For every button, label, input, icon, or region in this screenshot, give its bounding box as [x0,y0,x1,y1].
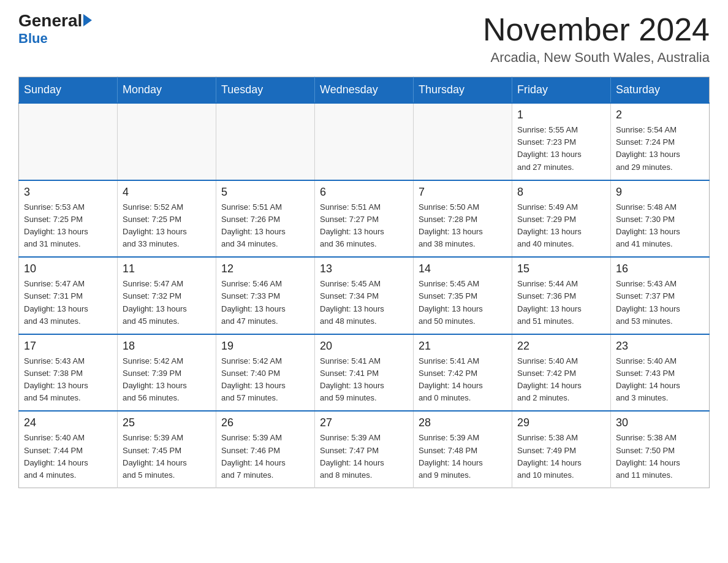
day-number: 12 [221,262,309,275]
calendar-cell: 21Sunrise: 5:41 AMSunset: 7:42 PMDayligh… [414,334,512,412]
day-info: Sunrise: 5:44 AMSunset: 7:36 PMDaylight:… [517,278,605,327]
logo-text: General [18,12,92,29]
calendar-cell: 6Sunrise: 5:51 AMSunset: 7:27 PMDaylight… [315,180,414,258]
calendar-cell: 1Sunrise: 5:55 AMSunset: 7:23 PMDaylight… [512,103,611,180]
day-number: 24 [24,416,112,429]
day-number: 7 [419,186,507,199]
calendar-week-row: 17Sunrise: 5:43 AMSunset: 7:38 PMDayligh… [19,334,710,412]
day-number: 1 [517,109,605,121]
header-friday: Friday [512,77,611,104]
calendar-cell: 29Sunrise: 5:38 AMSunset: 7:49 PMDayligh… [512,411,611,488]
calendar-week-row: 1Sunrise: 5:55 AMSunset: 7:23 PMDaylight… [19,103,710,180]
day-info: Sunrise: 5:42 AMSunset: 7:40 PMDaylight:… [221,355,309,405]
calendar-cell: 15Sunrise: 5:44 AMSunset: 7:36 PMDayligh… [512,257,611,334]
calendar-week-row: 3Sunrise: 5:53 AMSunset: 7:25 PMDaylight… [19,180,710,258]
day-info: Sunrise: 5:43 AMSunset: 7:38 PMDaylight:… [24,355,112,405]
day-info: Sunrise: 5:42 AMSunset: 7:39 PMDaylight:… [123,355,211,405]
day-info: Sunrise: 5:38 AMSunset: 7:50 PMDaylight:… [616,432,704,481]
calendar-cell [216,103,315,180]
logo: General Blue [18,12,92,47]
calendar-cell [315,103,414,180]
day-number: 28 [419,416,507,429]
calendar-cell: 10Sunrise: 5:47 AMSunset: 7:31 PMDayligh… [19,257,118,334]
day-info: Sunrise: 5:47 AMSunset: 7:31 PMDaylight:… [24,278,112,327]
header-thursday: Thursday [414,77,512,104]
calendar-cell: 4Sunrise: 5:52 AMSunset: 7:25 PMDaylight… [118,180,216,258]
day-info: Sunrise: 5:45 AMSunset: 7:35 PMDaylight:… [419,278,507,327]
day-info: Sunrise: 5:40 AMSunset: 7:44 PMDaylight:… [24,432,112,481]
day-number: 2 [616,109,704,121]
calendar-cell [118,103,216,180]
day-info: Sunrise: 5:55 AMSunset: 7:23 PMDaylight:… [517,124,605,174]
day-number: 25 [123,416,211,429]
day-info: Sunrise: 5:51 AMSunset: 7:26 PMDaylight:… [221,201,309,251]
calendar-week-row: 10Sunrise: 5:47 AMSunset: 7:31 PMDayligh… [19,257,710,334]
day-info: Sunrise: 5:40 AMSunset: 7:42 PMDaylight:… [517,355,605,405]
calendar-cell: 14Sunrise: 5:45 AMSunset: 7:35 PMDayligh… [414,257,512,334]
day-info: Sunrise: 5:41 AMSunset: 7:41 PMDaylight:… [320,355,408,405]
day-number: 10 [24,262,112,275]
day-number: 11 [123,262,211,275]
day-number: 19 [221,340,309,353]
day-number: 5 [221,186,309,199]
header-sunday: Sunday [19,77,118,104]
calendar-cell: 16Sunrise: 5:43 AMSunset: 7:37 PMDayligh… [611,257,710,334]
day-number: 4 [123,186,211,199]
calendar-cell: 30Sunrise: 5:38 AMSunset: 7:50 PMDayligh… [611,411,710,488]
day-info: Sunrise: 5:38 AMSunset: 7:49 PMDaylight:… [517,432,605,481]
day-number: 3 [24,186,112,199]
day-number: 6 [320,186,408,199]
calendar-cell: 5Sunrise: 5:51 AMSunset: 7:26 PMDaylight… [216,180,315,258]
calendar-cell: 26Sunrise: 5:39 AMSunset: 7:46 PMDayligh… [216,411,315,488]
day-info: Sunrise: 5:50 AMSunset: 7:28 PMDaylight:… [419,201,507,251]
day-info: Sunrise: 5:54 AMSunset: 7:24 PMDaylight:… [616,124,704,174]
calendar-cell: 18Sunrise: 5:42 AMSunset: 7:39 PMDayligh… [118,334,216,412]
calendar-subtitle: Arcadia, New South Wales, Australia [483,50,710,66]
calendar-cell: 8Sunrise: 5:49 AMSunset: 7:29 PMDaylight… [512,180,611,258]
title-block: November 2024 Arcadia, New South Wales, … [483,12,710,66]
logo-arrow-icon [83,14,92,26]
day-info: Sunrise: 5:53 AMSunset: 7:25 PMDaylight:… [24,201,112,251]
calendar-cell: 12Sunrise: 5:46 AMSunset: 7:33 PMDayligh… [216,257,315,334]
calendar-cell: 7Sunrise: 5:50 AMSunset: 7:28 PMDaylight… [414,180,512,258]
calendar-cell: 3Sunrise: 5:53 AMSunset: 7:25 PMDaylight… [19,180,118,258]
calendar-cell: 27Sunrise: 5:39 AMSunset: 7:47 PMDayligh… [315,411,414,488]
day-info: Sunrise: 5:39 AMSunset: 7:46 PMDaylight:… [221,432,309,481]
calendar-cell: 13Sunrise: 5:45 AMSunset: 7:34 PMDayligh… [315,257,414,334]
calendar-cell [414,103,512,180]
calendar-table: Sunday Monday Tuesday Wednesday Thursday… [18,77,710,488]
day-info: Sunrise: 5:39 AMSunset: 7:48 PMDaylight:… [419,432,507,481]
day-number: 20 [320,340,408,353]
day-number: 21 [419,340,507,353]
day-number: 27 [320,416,408,429]
calendar-cell: 20Sunrise: 5:41 AMSunset: 7:41 PMDayligh… [315,334,414,412]
page-header: General Blue November 2024 Arcadia, New … [18,12,710,66]
day-number: 18 [123,340,211,353]
day-info: Sunrise: 5:39 AMSunset: 7:47 PMDaylight:… [320,432,408,481]
calendar-cell: 9Sunrise: 5:48 AMSunset: 7:30 PMDaylight… [611,180,710,258]
day-info: Sunrise: 5:45 AMSunset: 7:34 PMDaylight:… [320,278,408,327]
day-info: Sunrise: 5:43 AMSunset: 7:37 PMDaylight:… [616,278,704,327]
day-number: 9 [616,186,704,199]
day-number: 15 [517,262,605,275]
header-saturday: Saturday [611,77,710,104]
calendar-cell: 22Sunrise: 5:40 AMSunset: 7:42 PMDayligh… [512,334,611,412]
calendar-cell [19,103,118,180]
day-info: Sunrise: 5:47 AMSunset: 7:32 PMDaylight:… [123,278,211,327]
day-info: Sunrise: 5:51 AMSunset: 7:27 PMDaylight:… [320,201,408,251]
day-info: Sunrise: 5:52 AMSunset: 7:25 PMDaylight:… [123,201,211,251]
logo-blue: Blue [18,31,48,47]
day-number: 16 [616,262,704,275]
calendar-cell: 11Sunrise: 5:47 AMSunset: 7:32 PMDayligh… [118,257,216,334]
calendar-week-row: 24Sunrise: 5:40 AMSunset: 7:44 PMDayligh… [19,411,710,488]
calendar-header-row: Sunday Monday Tuesday Wednesday Thursday… [19,77,710,104]
day-info: Sunrise: 5:46 AMSunset: 7:33 PMDaylight:… [221,278,309,327]
day-info: Sunrise: 5:48 AMSunset: 7:30 PMDaylight:… [616,201,704,251]
calendar-cell: 2Sunrise: 5:54 AMSunset: 7:24 PMDaylight… [611,103,710,180]
logo-general: General [18,12,82,29]
day-number: 22 [517,340,605,353]
day-info: Sunrise: 5:40 AMSunset: 7:43 PMDaylight:… [616,355,704,405]
calendar-cell: 24Sunrise: 5:40 AMSunset: 7:44 PMDayligh… [19,411,118,488]
day-info: Sunrise: 5:41 AMSunset: 7:42 PMDaylight:… [419,355,507,405]
day-number: 26 [221,416,309,429]
